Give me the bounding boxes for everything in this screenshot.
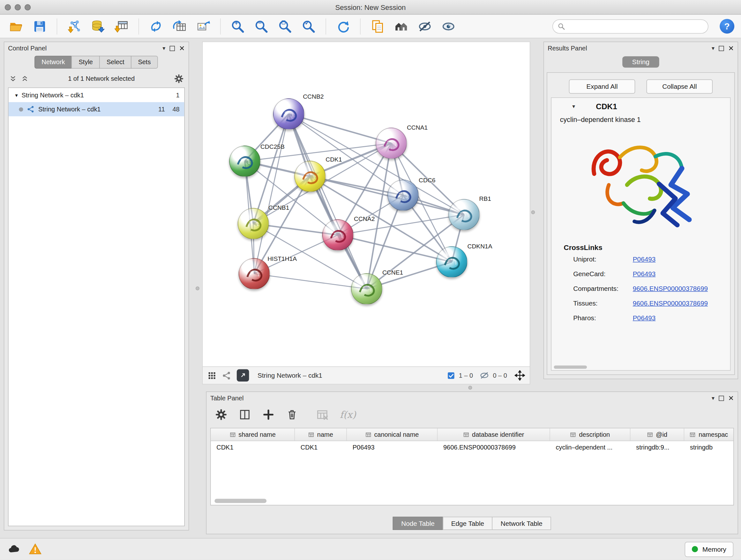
results-tab-string[interactable]: String [622, 56, 659, 68]
cell-database-identifier[interactable]: 9606.ENSP00000378699 [437, 441, 550, 454]
column-header[interactable]: name [295, 428, 347, 441]
left-splitter-handle[interactable] [196, 287, 199, 290]
new-network-button[interactable] [146, 17, 165, 36]
network-canvas[interactable]: CCNB2CCNA1CDC25BCDK1CDC6RB1CCNB1CCNA2CDK… [203, 42, 530, 367]
crosslink-link[interactable]: P06493 [633, 255, 656, 263]
tab-select[interactable]: Select [99, 56, 131, 69]
show-all-button[interactable] [439, 17, 458, 36]
close-window-button[interactable] [5, 4, 11, 10]
results-panel-float-icon[interactable] [719, 46, 724, 51]
duplicate-document-button[interactable] [368, 17, 387, 36]
window-title: Session: New Session [335, 3, 406, 11]
cell-canonical-name[interactable]: P06493 [347, 441, 437, 454]
table-panel-close-icon[interactable] [728, 395, 734, 401]
cell-namespace[interactable]: stringdb [684, 441, 733, 454]
control-panel-collapse-icon[interactable]: ▾ [162, 45, 165, 51]
zoom-selected-button[interactable]: ✓ [299, 17, 318, 36]
search-input[interactable] [568, 22, 703, 30]
network-node-ccna2[interactable] [322, 219, 354, 251]
results-panel-collapse-icon[interactable]: ▾ [712, 45, 715, 51]
control-panel-float-icon[interactable] [170, 46, 175, 51]
column-header[interactable]: shared name [211, 428, 295, 441]
network-node-hist1h1a[interactable] [239, 258, 270, 290]
crosslink-link[interactable]: P06493 [633, 270, 656, 277]
network-node-cdkn1a[interactable] [436, 246, 468, 277]
tab-node-table[interactable]: Node Table [393, 517, 443, 530]
network-collection-row[interactable]: ▾ String Network – cdk1 1 [9, 88, 185, 102]
cell-shared-name[interactable]: CDK1 [211, 441, 295, 454]
open-session-button[interactable] [7, 17, 25, 36]
table-row[interactable]: CDK1 CDK1 P06493 9606.ENSP00000378699 cy… [211, 441, 733, 454]
table-panel-float-icon[interactable] [719, 395, 724, 401]
tab-sets[interactable]: Sets [131, 56, 158, 69]
network-from-table-button[interactable] [170, 17, 189, 36]
zoom-fit-button[interactable]: ▢ [275, 17, 294, 36]
hide-selected-button[interactable] [415, 17, 434, 36]
control-panel-close-icon[interactable] [179, 45, 185, 51]
cell-id[interactable]: stringdb:9... [630, 441, 684, 454]
network-node-ccnb1[interactable] [238, 208, 269, 240]
column-header[interactable]: canonical name [347, 428, 437, 441]
column-header[interactable]: description [550, 428, 630, 441]
cell-description[interactable]: cyclin–dependent ... [550, 441, 630, 454]
import-table-button[interactable] [112, 17, 131, 36]
import-network-file-button[interactable] [65, 17, 84, 36]
crosslink-link[interactable]: 9606.ENSP00000378699 [633, 299, 708, 307]
help-button[interactable]: ? [720, 19, 734, 34]
selected-checkbox-icon[interactable] [447, 371, 455, 379]
refresh-layout-button[interactable] [333, 17, 352, 36]
network-node-ccna1[interactable] [376, 128, 407, 159]
search-icon [557, 22, 565, 30]
pan-crosshair-icon[interactable] [515, 370, 525, 381]
network-node-cdc6[interactable] [387, 180, 419, 211]
column-header[interactable]: @id [630, 428, 684, 441]
crosslink-link[interactable]: P06493 [633, 314, 656, 321]
gene-expander-icon[interactable]: ▾ [572, 104, 575, 109]
delete-column-trash-icon[interactable] [286, 408, 298, 421]
network-node-ccne1[interactable] [351, 273, 382, 305]
bottom-splitter-handle[interactable] [468, 386, 472, 389]
zoom-window-button[interactable] [24, 4, 30, 10]
column-header[interactable]: namespac [684, 428, 733, 441]
collapse-all-button[interactable]: Collapse All [647, 79, 713, 94]
memory-button[interactable]: Memory [685, 542, 733, 557]
cloud-status-icon[interactable] [8, 543, 20, 556]
zoom-in-button[interactable]: + [228, 17, 247, 36]
expand-all-networks-icon[interactable] [9, 74, 17, 82]
table-settings-gear-icon[interactable] [215, 408, 227, 421]
birds-eye-grid-icon[interactable] [207, 371, 216, 380]
hidden-eye-slash-icon[interactable] [480, 371, 489, 380]
results-panel-close-icon[interactable] [728, 45, 734, 51]
save-session-button[interactable] [30, 17, 49, 36]
column-header[interactable]: database identifier [437, 428, 550, 441]
minimize-window-button[interactable] [15, 4, 21, 10]
export-view-button[interactable] [237, 369, 249, 382]
network-overview-icon[interactable] [222, 371, 231, 380]
network-options-gear-icon[interactable] [174, 73, 184, 83]
expand-all-button[interactable]: Expand All [569, 79, 635, 94]
tab-network-table[interactable]: Network Table [492, 517, 551, 530]
tab-network[interactable]: Network [35, 56, 72, 69]
network-node-rb1[interactable] [448, 199, 480, 230]
tab-style[interactable]: Style [71, 56, 100, 69]
right-splitter-handle[interactable] [531, 210, 535, 214]
tab-edge-table[interactable]: Edge Table [443, 517, 493, 530]
network-node-cdk1[interactable] [294, 161, 326, 192]
home-networks-button[interactable] [392, 17, 411, 36]
import-network-database-button[interactable] [88, 17, 107, 36]
export-image-button[interactable] [194, 17, 212, 36]
network-node-cdc25b[interactable] [229, 145, 260, 177]
network-node-ccnb2[interactable] [273, 98, 305, 130]
crosslink-link[interactable]: 9606.ENSP00000378699 [633, 285, 708, 292]
table-panel-collapse-icon[interactable]: ▾ [712, 395, 715, 401]
collapse-all-networks-icon[interactable] [21, 74, 29, 82]
add-column-icon[interactable] [262, 408, 275, 421]
zoom-out-button[interactable]: − [252, 17, 271, 36]
network-row-selected[interactable]: String Network – cdk1 11 48 [9, 102, 185, 116]
show-columns-icon[interactable] [239, 408, 251, 421]
results-horizontal-scrollbar[interactable] [554, 366, 587, 369]
collection-expander-icon[interactable]: ▾ [15, 92, 17, 98]
warning-icon[interactable] [29, 543, 42, 556]
cell-name[interactable]: CDK1 [295, 441, 347, 454]
table-horizontal-scrollbar[interactable] [214, 499, 266, 503]
